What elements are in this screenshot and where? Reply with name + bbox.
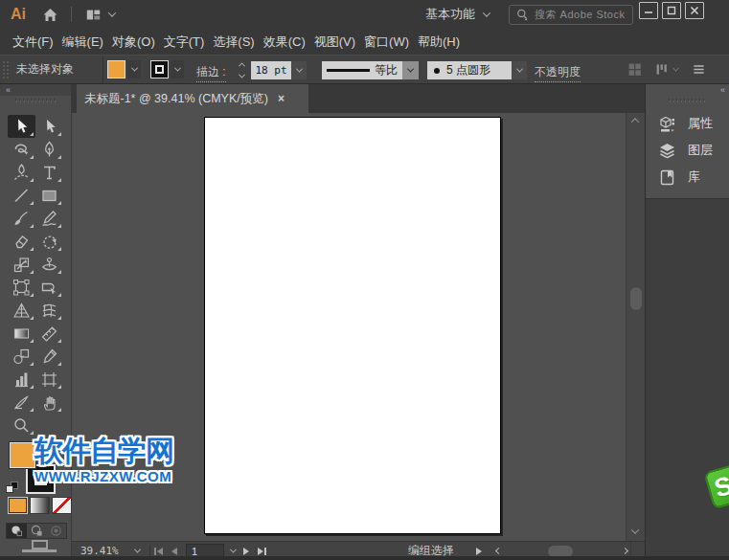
slice-tool[interactable] (8, 391, 35, 414)
close-button[interactable] (685, 2, 704, 19)
home-icon[interactable] (41, 6, 59, 24)
zoom-icon (12, 416, 31, 435)
pen-tool[interactable] (35, 138, 63, 161)
zoom-tool[interactable] (8, 414, 35, 437)
column-graph-tool[interactable] (8, 368, 35, 391)
artboard[interactable] (204, 117, 501, 534)
vertical-scroll-thumb[interactable] (630, 287, 642, 310)
fill-color-dropdown[interactable] (127, 60, 141, 78)
menu-bar: 文件(F)编辑(E)对象(O)文字(T)选择(S)效果(C)视图(V)窗口(W)… (0, 29, 729, 55)
fill-color-button[interactable] (8, 497, 28, 514)
stroke-panel-link[interactable]: 描边 : (196, 64, 226, 82)
stroke-proxy[interactable] (26, 464, 56, 494)
search-icon (515, 8, 530, 22)
shaper-tool[interactable] (35, 207, 63, 230)
draw-inside-button[interactable] (46, 524, 66, 538)
artboard-tool[interactable] (35, 368, 63, 391)
stroke-width-stepper[interactable] (237, 62, 247, 78)
brush-definition-select[interactable]: 5 点圆形 (427, 61, 512, 79)
tools-collapse-button[interactable]: « (0, 84, 71, 96)
stroke-color-dropdown[interactable] (171, 60, 184, 78)
panel-menu-icon[interactable] (692, 62, 706, 77)
screen-mode-button[interactable] (22, 540, 57, 552)
rectangle-tool[interactable] (35, 184, 63, 207)
scale-tool[interactable] (8, 253, 35, 276)
menu-item-4[interactable]: 选择(S) (213, 34, 254, 51)
menu-item-7[interactable]: 窗口(W) (364, 34, 409, 51)
tab-close-icon[interactable]: × (278, 93, 285, 104)
menu-item-0[interactable]: 文件(F) (12, 34, 54, 51)
menu-item-5[interactable]: 效果(C) (263, 34, 306, 51)
magic-wand-tool[interactable] (8, 138, 35, 161)
menu-item-8[interactable]: 帮助(H) (418, 34, 460, 51)
panel-tab-2[interactable]: 库 (658, 164, 729, 190)
curvature-tool[interactable] (8, 161, 35, 184)
shape-builder-tool[interactable] (35, 276, 63, 299)
fill-proxy[interactable] (10, 442, 35, 468)
controlbar-grip[interactable] (3, 61, 10, 78)
draw-normal-button[interactable] (7, 524, 27, 538)
type-tool[interactable] (35, 161, 63, 184)
selection-status-label: 未选择对象 (16, 61, 74, 78)
menu-item-1[interactable]: 编辑(E) (62, 34, 103, 51)
opacity-panel-link[interactable]: 不透明度 (535, 64, 581, 82)
rotate-tool[interactable] (35, 230, 63, 253)
search-input[interactable]: 搜索 Adobe Stock (509, 5, 633, 25)
free-transform-tool[interactable] (8, 276, 35, 299)
width-profile-dropdown[interactable] (402, 61, 419, 79)
dock-drag-handle[interactable] (646, 96, 729, 104)
paintbrush-tool[interactable] (8, 207, 35, 230)
arrange-documents-icon[interactable] (85, 7, 115, 23)
document-tab[interactable]: 未标题-1* @ 39.41% (CMYK/预览) × (77, 84, 308, 113)
stroke-width-dropdown[interactable] (291, 61, 307, 79)
panel-tab-1[interactable]: 图层 (658, 137, 729, 164)
line-segment-tool[interactable] (8, 184, 35, 207)
fill-color-picker[interactable] (107, 60, 141, 78)
stroke-width-value[interactable]: 18 pt (251, 61, 291, 79)
menu-item-2[interactable]: 对象(O) (112, 34, 155, 51)
pen-icon (40, 141, 58, 159)
document-setup-icon[interactable] (627, 62, 642, 77)
default-fill-stroke-icon[interactable] (6, 482, 19, 494)
measure-tool[interactable] (35, 322, 63, 345)
eraser-tool[interactable] (8, 230, 35, 253)
none-button[interactable] (52, 497, 72, 514)
rotate-icon (40, 233, 58, 251)
minimize-button[interactable] (639, 2, 658, 19)
brush-definition-dropdown[interactable] (512, 61, 527, 79)
gradient-tool[interactable] (8, 322, 35, 345)
stroke-color-swatch[interactable] (150, 60, 169, 78)
scroll-up-icon[interactable] (631, 118, 639, 125)
brush-dot-icon (434, 68, 440, 74)
menu-item-6[interactable]: 视图(V) (314, 34, 355, 51)
eyedropper-tool[interactable] (35, 345, 63, 368)
selection-tool[interactable] (8, 115, 35, 138)
menu-item-3[interactable]: 文字(T) (164, 34, 205, 51)
selection-icon (12, 118, 31, 136)
stroke-color-picker[interactable] (150, 60, 184, 78)
document-area: 未标题-1* @ 39.41% (CMYK/预览) × 39.41% 1 编组选… (72, 84, 645, 560)
panel-tab-0[interactable]: 属性 (658, 110, 729, 137)
mesh-tool[interactable] (35, 299, 63, 322)
direct-selection-icon (40, 118, 58, 136)
blend-tool[interactable] (8, 345, 35, 368)
canvas[interactable] (72, 113, 626, 541)
vertical-scrollbar[interactable] (626, 113, 645, 541)
dock-expand-button[interactable]: « (646, 84, 729, 96)
scroll-down-icon[interactable] (631, 526, 639, 533)
align-options[interactable] (655, 62, 678, 77)
direct-selection-tool[interactable] (35, 115, 63, 138)
slice-icon (12, 393, 31, 412)
draw-behind-button[interactable] (27, 524, 47, 538)
gradient-button[interactable] (30, 497, 50, 514)
width-tool[interactable] (35, 253, 63, 276)
workspace-switcher[interactable]: 基本功能 (425, 0, 490, 29)
maximize-button[interactable] (662, 2, 681, 19)
tools-drag-handle[interactable] (0, 96, 71, 104)
perspective-grid-tool[interactable] (8, 299, 35, 322)
fill-color-swatch[interactable] (107, 60, 125, 78)
width-icon (40, 256, 58, 274)
hand-tool[interactable] (35, 391, 63, 414)
width-profile-select[interactable]: 等比 (322, 61, 402, 79)
curvature-icon (12, 164, 31, 182)
